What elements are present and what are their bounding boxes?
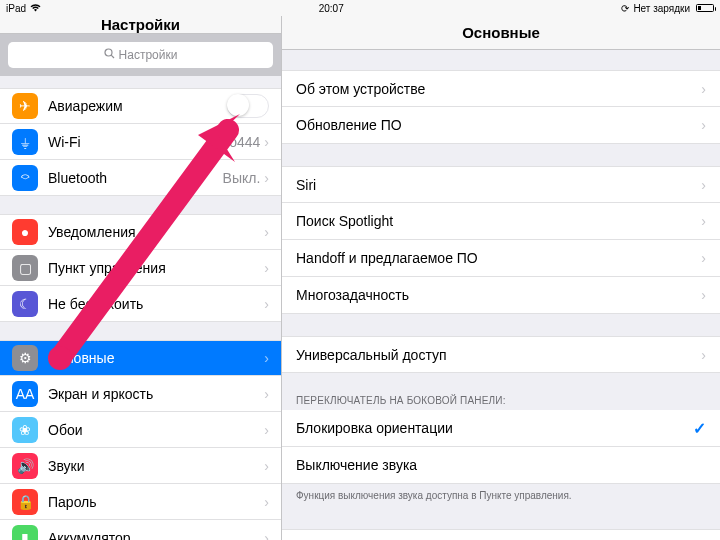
detail-row[interactable]: Handoff и предлагаемое ПО› [282,240,720,277]
detail-row-label: Обновление ПО [296,117,701,133]
chevron-right-icon: › [264,458,269,474]
search-container: Настройки [0,34,281,76]
sounds-icon: 🔊 [12,453,38,479]
svg-line-1 [111,55,114,58]
detail-row[interactable]: Siri› [282,166,720,203]
detail-row[interactable]: Поиск Spotlight› [282,203,720,240]
detail-row-label: Выключение звука [296,457,706,473]
display-icon: AA [12,381,38,407]
chevron-right-icon: › [264,296,269,312]
sidebar-item-sounds[interactable]: 🔊Звуки› [0,448,281,484]
detail-row[interactable]: Использование хранилища и iCloud› [282,529,720,540]
sidebar-item-label: Экран и яркость [48,386,264,402]
sidebar-item-label: Не беспокоить [48,296,264,312]
chevron-right-icon: › [701,81,706,97]
status-bar: iPad 20:07 ⟳ Нет зарядки [0,0,720,16]
detail-row[interactable]: Универсальный доступ› [282,336,720,373]
detail-row[interactable]: Блокировка ориентации✓ [282,410,720,447]
search-input[interactable]: Настройки [8,42,273,68]
checkmark-icon: ✓ [693,419,706,438]
sidebar-item-label: Основные [48,350,264,366]
detail-row-label: Handoff и предлагаемое ПО [296,250,701,266]
sidebar-item-label: Аккумулятор [48,530,264,541]
chevron-right-icon: › [701,287,706,303]
settings-sidebar: Настройки Настройки ✈Авиарежим⏚Wi-Fio444… [0,16,282,540]
sidebar-item-airplane[interactable]: ✈Авиарежим [0,88,281,124]
chevron-right-icon: › [701,250,706,266]
general-icon: ⚙ [12,345,38,371]
chevron-right-icon: › [264,134,269,150]
chevron-right-icon: › [701,177,706,193]
chevron-right-icon: › [264,386,269,402]
sidebar-item-wifi[interactable]: ⏚Wi-Fio444› [0,124,281,160]
sidebar-item-battery[interactable]: ▮Аккумулятор› [0,520,281,540]
sidebar-item-label: Wi-Fi [48,134,229,150]
detail-row-label: Многозадачность [296,287,701,303]
sidebar-item-label: Пароль [48,494,264,510]
battery-icon: ▮ [12,525,38,541]
sidebar-item-display[interactable]: AAЭкран и яркость› [0,376,281,412]
search-placeholder: Настройки [119,48,178,62]
detail-row-label: Универсальный доступ [296,347,701,363]
sidebar-item-general[interactable]: ⚙Основные› [0,340,281,376]
device-name: iPad [6,3,26,14]
bluetooth-icon: ⌔ [12,165,38,191]
chevron-right-icon: › [264,350,269,366]
airplane-icon: ✈ [12,93,38,119]
chevron-right-icon: › [264,422,269,438]
chevron-right-icon: › [264,494,269,510]
sidebar-item-notifications[interactable]: ●Уведомления› [0,214,281,250]
sidebar-item-value: Выкл. [223,170,261,186]
sidebar-item-label: Пункт управления [48,260,264,276]
sidebar-item-label: Обои [48,422,264,438]
wifi-icon: ⏚ [12,129,38,155]
sidebar-title: Настройки [0,16,281,34]
group-header: ПЕРЕКЛЮЧАТЕЛЬ НА БОКОВОЙ ПАНЕЛИ: [282,391,720,410]
chevron-right-icon: › [264,170,269,186]
detail-row[interactable]: Обновление ПО› [282,107,720,144]
chevron-right-icon: › [264,224,269,240]
sidebar-item-passcode[interactable]: 🔒Пароль› [0,484,281,520]
detail-title: Основные [282,16,720,50]
detail-row[interactable]: Об этом устройстве› [282,70,720,107]
control-center-icon: ▢ [12,255,38,281]
detail-panel: Основные Об этом устройстве›Обновление П… [282,16,720,540]
detail-row[interactable]: Выключение звука [282,447,720,484]
detail-row-label: Блокировка ориентации [296,420,693,436]
airplane-mode-toggle[interactable] [227,94,269,118]
sidebar-item-label: Уведомления [48,224,264,240]
detail-row-label: Siri [296,177,701,193]
sidebar-item-label: Звуки [48,458,264,474]
detail-row[interactable]: Многозадачность› [282,277,720,314]
wifi-status-icon [30,3,41,14]
charging-status: Нет зарядки [633,3,690,14]
wallpaper-icon: ❀ [12,417,38,443]
sidebar-item-bluetooth[interactable]: ⌔BluetoothВыкл.› [0,160,281,196]
sidebar-item-value: o444 [229,134,260,150]
dnd-icon: ☾ [12,291,38,317]
chevron-right-icon: › [264,260,269,276]
group-footer: Функция выключения звука доступна в Пунк… [282,484,720,507]
sync-icon: ⟳ [621,3,629,14]
search-icon [104,48,115,62]
detail-row-label: Поиск Spotlight [296,213,701,229]
sidebar-item-control-center[interactable]: ▢Пункт управления› [0,250,281,286]
sidebar-item-label: Bluetooth [48,170,223,186]
sidebar-item-label: Авиарежим [48,98,227,114]
status-time: 20:07 [41,3,621,14]
svg-point-0 [105,49,112,56]
notifications-icon: ● [12,219,38,245]
chevron-right-icon: › [264,530,269,541]
chevron-right-icon: › [701,213,706,229]
detail-row-label: Об этом устройстве [296,81,701,97]
sidebar-item-wallpaper[interactable]: ❀Обои› [0,412,281,448]
sidebar-item-dnd[interactable]: ☾Не беспокоить› [0,286,281,322]
chevron-right-icon: › [701,117,706,133]
chevron-right-icon: › [701,347,706,363]
passcode-icon: 🔒 [12,489,38,515]
battery-icon [696,4,714,12]
